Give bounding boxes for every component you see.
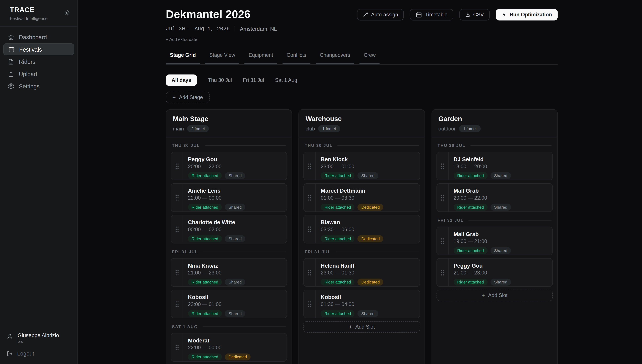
slot-card[interactable]: Peggy Gou21:00 — 23:00Rider attachedShar… — [436, 258, 553, 287]
badge-rider-attached: Rider attached — [454, 279, 488, 286]
upload-icon — [8, 70, 14, 77]
slot-badges: Rider attachedShared — [188, 310, 282, 317]
tab-equipment[interactable]: Equipment — [245, 50, 277, 64]
day-group-label: SAT 1 AUG — [172, 324, 286, 329]
stage-subrow: club1 fomet — [306, 125, 418, 132]
add-slot-label: Add Slot — [488, 292, 508, 298]
tab-stage-grid[interactable]: Stage Grid — [166, 50, 200, 64]
drag-handle[interactable] — [437, 184, 449, 212]
drag-handle[interactable] — [171, 258, 183, 286]
slot-body: Kobosil23:00 — 01:00Rider attachedShared — [183, 290, 287, 318]
sidebar-item-dashboard[interactable]: Dashboard — [3, 31, 74, 43]
slot-time-range: 22:00 — 00:00 — [188, 345, 282, 350]
logout-button[interactable]: Logout — [0, 344, 77, 364]
run-optimization-button[interactable]: Run Optimization — [496, 9, 558, 20]
stage-header: Main Stagemain2 fomet — [166, 110, 291, 138]
sidebar-item-festivals[interactable]: Festivals — [3, 44, 74, 55]
day-group-label: FRI 31 JUL — [172, 250, 286, 254]
drag-handle[interactable] — [304, 258, 316, 286]
slot-card[interactable]: Moderat22:00 — 00:00Rider attachedDedica… — [171, 333, 287, 362]
day-filter-sat-1-aug[interactable]: Sat 1 Aug — [275, 77, 297, 83]
slot-card[interactable]: Nina Kraviz21:00 — 23:00Rider attachedSh… — [171, 258, 287, 287]
slot-card[interactable]: Blawan03:30 — 06:00Rider attachedDedicat… — [303, 215, 420, 244]
add-stage-button[interactable]: + Add Stage — [166, 92, 209, 103]
user-row[interactable]: Giuseppe Albrizio pro — [0, 328, 77, 344]
add-slot-button[interactable]: +Add Slot — [303, 321, 420, 332]
sidebar-item-riders[interactable]: Riders — [3, 56, 74, 68]
slot-artist-name: Amelie Lens — [188, 188, 282, 194]
slot-card[interactable]: Mall Grab19:00 — 21:00Rider attachedShar… — [436, 227, 553, 255]
day-filter-thu-30-jul[interactable]: Thu 30 Jul — [208, 77, 232, 83]
timetable-button[interactable]: Timetable — [410, 9, 453, 20]
slot-time-range: 18:00 — 20:00 — [454, 164, 547, 170]
grip-icon — [308, 270, 311, 276]
badge-shared: Shared — [490, 204, 511, 211]
badge-shared: Shared — [225, 279, 245, 286]
csv-button[interactable]: CSV — [459, 9, 489, 20]
event-location: Amsterdam, NL — [240, 26, 277, 32]
slot-time-range: 21:00 — 23:00 — [188, 270, 282, 276]
sidebar-nav: DashboardFestivalsRidersUploadSettings — [0, 26, 77, 96]
brand-name: TRACE — [10, 6, 68, 14]
drag-handle[interactable] — [304, 184, 316, 212]
drag-handle[interactable] — [437, 258, 449, 286]
grip-icon — [175, 194, 179, 201]
day-filter-all-days[interactable]: All days — [166, 74, 197, 86]
day-filter-fri-31-jul[interactable]: Fri 31 Jul — [243, 77, 264, 83]
day-group-label: FRI 31 JUL — [438, 218, 551, 222]
badge-dedicated: Dedicated — [358, 235, 383, 242]
auto-assign-button[interactable]: Auto-assign — [357, 9, 404, 20]
plus-icon: + — [481, 292, 485, 298]
slot-time-range: 20:00 — 22:00 — [188, 164, 282, 170]
drag-handle[interactable] — [437, 227, 449, 255]
tab-conflicts[interactable]: Conflicts — [282, 50, 310, 64]
theme-toggle-button[interactable] — [63, 8, 72, 17]
grip-icon — [175, 270, 179, 276]
slot-artist-name: Mall Grab — [454, 231, 547, 238]
slot-card[interactable]: DJ Seinfeld18:00 — 20:00Rider attachedSh… — [436, 152, 553, 180]
brand-tagline: Festival Intelligence — [10, 16, 68, 21]
slot-body: Peggy Gou21:00 — 23:00Rider attachedShar… — [449, 258, 552, 286]
slot-card[interactable]: Kobosil23:00 — 01:00Rider attachedShared — [171, 290, 287, 318]
drag-handle[interactable] — [171, 334, 183, 361]
slot-time-range: 01:30 — 04:00 — [321, 302, 415, 307]
tab-changeovers[interactable]: Changeovers — [316, 50, 354, 64]
add-extra-date-button[interactable]: + Add extra date — [166, 37, 197, 42]
slot-card[interactable]: Helena Hauff23:00 — 01:30Rider attachedD… — [303, 258, 420, 287]
slot-card[interactable]: Charlotte de Witte00:00 — 02:00Rider att… — [171, 215, 287, 244]
slot-body: Blawan03:30 — 06:00Rider attachedDedicat… — [316, 215, 420, 243]
drag-handle[interactable] — [171, 290, 183, 318]
page-header: Dekmantel 2026 Auto-assignTimetableCSVRu… — [166, 8, 558, 21]
stage-column-garden: Gardenoutdoor1 fometTHU 30 JULDJ Seinfel… — [431, 109, 558, 364]
badge-shared: Shared — [490, 172, 511, 179]
stage-header: Gardenoutdoor1 fomet — [432, 110, 557, 138]
drag-handle[interactable] — [171, 215, 183, 243]
sidebar-item-settings[interactable]: Settings — [3, 80, 74, 92]
drag-handle[interactable] — [171, 184, 183, 212]
meta-divider — [235, 26, 235, 32]
slot-card[interactable]: Peggy Gou20:00 — 22:00Rider attachedShar… — [171, 152, 287, 180]
add-slot-button[interactable]: +Add Slot — [436, 290, 553, 301]
tab-crew[interactable]: Crew — [360, 50, 380, 64]
event-meta-row: Jul 30 — Aug 1, 2026 Amsterdam, NL — [166, 26, 558, 32]
slot-artist-name: Marcel Dettmann — [321, 188, 415, 194]
slot-card[interactable]: Kobosil01:30 — 04:00Rider attachedShared — [303, 290, 420, 318]
sidebar-header: TRACE Festival Intelligence — [0, 0, 77, 26]
sidebar-item-label: Settings — [19, 83, 40, 89]
drag-handle[interactable] — [304, 290, 316, 318]
slot-badges: Rider attachedShared — [188, 204, 282, 211]
drag-handle[interactable] — [304, 215, 316, 243]
slot-time-range: 21:00 — 23:00 — [454, 270, 547, 276]
drag-handle[interactable] — [304, 152, 316, 180]
tab-stage-view[interactable]: Stage View — [205, 50, 239, 64]
slot-card[interactable]: Amelie Lens22:00 — 00:00Rider attachedSh… — [171, 183, 287, 212]
slot-card[interactable]: Mall Grab20:00 — 22:00Rider attachedShar… — [436, 183, 553, 212]
badge-rider-attached: Rider attached — [188, 172, 222, 179]
sidebar-item-upload[interactable]: Upload — [3, 68, 74, 80]
slot-card[interactable]: Marcel Dettmann01:00 — 03:30Rider attach… — [303, 183, 420, 212]
drag-handle[interactable] — [171, 152, 183, 180]
slot-card[interactable]: Ben Klock23:00 — 01:00Rider attachedShar… — [303, 152, 420, 180]
drag-handle[interactable] — [437, 152, 449, 180]
slot-badges: Rider attachedDedicated — [321, 204, 415, 211]
user-plan-badge: pro — [18, 339, 59, 344]
